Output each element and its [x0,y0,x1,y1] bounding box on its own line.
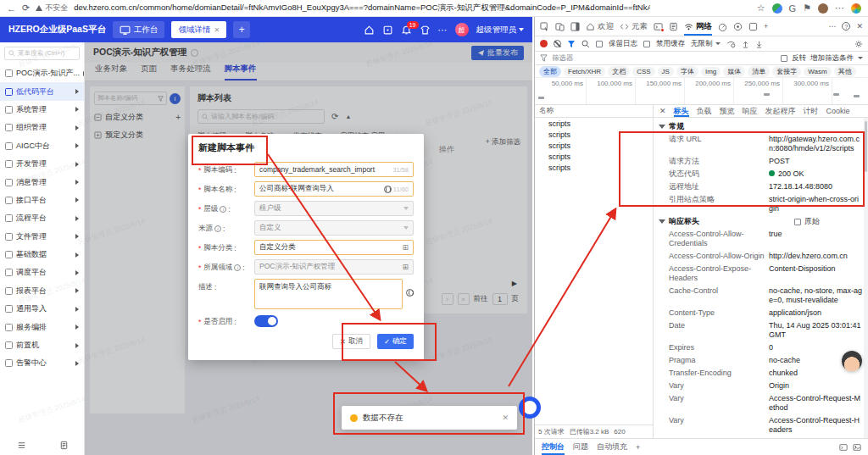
network-request-row[interactable]: scripts [535,129,653,140]
sidebar-item[interactable]: 接口平台 [0,191,84,209]
tab-domain-detail[interactable]: 领域详情 ✕ [171,21,226,38]
sidebar-item[interactable]: 消息管理 [0,173,84,191]
collapse-menu-icon[interactable] [17,441,26,450]
network-request-row[interactable]: scripts [535,140,653,151]
autofill-tab[interactable]: 自动填充 [597,441,627,452]
sources-tab-icon[interactable] [669,22,678,31]
network-request-row[interactable]: scripts [535,162,653,173]
application-tab-icon[interactable] [748,22,758,31]
request-type-chip[interactable]: 其他 [834,66,856,77]
add-filter-condition[interactable]: 增加筛选条件 [810,53,854,64]
dock-side-icon[interactable] [570,22,580,31]
sidebar-item[interactable]: 服务编排 [0,318,84,336]
confirm-button[interactable]: ✓确定 [377,334,414,349]
extensions-icon[interactable] [772,3,782,14]
inspect-icon[interactable] [540,22,549,31]
record-icon[interactable] [540,40,548,47]
description-textarea[interactable]: 联网查询导入公司商标 [254,279,403,309]
notification-bell[interactable]: 19 [401,25,412,36]
bookmark-star-icon[interactable]: ☆ [757,3,765,14]
app-box-icon[interactable] [382,25,393,36]
request-type-chip[interactable]: 套接字 [772,66,801,77]
help-icon[interactable]: ? [842,22,850,31]
response-headers-section[interactable]: 响应标头 原始 [659,215,863,228]
clear-icon[interactable] [554,40,561,47]
image-icon[interactable] [853,443,861,452]
sidebar-item[interactable]: 流程平台 [0,209,84,227]
eager-eval-icon[interactable] [839,443,848,452]
detail-tab-timing[interactable]: 计时 [804,106,819,117]
theme-icon[interactable] [420,25,431,36]
issues-tab[interactable]: 问题 [573,441,588,452]
favorites-icon[interactable]: ⚑ [803,3,811,14]
sidebar-item[interactable]: 报表平台 [0,282,84,300]
sidebar-item[interactable]: 系统管理 [0,101,84,119]
disable-cache-checkbox[interactable] [643,41,650,47]
request-type-chip[interactable]: Fetch/XHR [564,67,605,76]
name-column-header[interactable]: 名称 [535,105,653,118]
general-section-header[interactable]: 常规 [659,120,863,133]
search-icon[interactable] [581,40,590,48]
close-detail-icon[interactable]: ✕ [659,107,666,115]
info-icon[interactable]: i [234,264,241,271]
sidebar-item[interactable]: 前置机 [0,336,84,354]
browser-essentials-icon[interactable]: G [789,3,797,14]
header-more-icon[interactable]: ⋯ [438,25,448,36]
floating-assistant-widget[interactable] [519,397,541,419]
export-har-icon[interactable] [755,40,763,48]
security-badge[interactable]: 不安全 [36,3,68,14]
script-category-input[interactable]: 自定义分类 ⊞ [254,240,414,255]
script-code-input[interactable]: company_trademark_search_import 31/58 [254,162,414,177]
add-drawer-tab[interactable]: + [636,443,640,452]
request-type-chip[interactable]: Img [701,67,721,76]
back-icon[interactable]: ← [7,3,16,14]
request-type-chip[interactable]: JS [658,67,674,76]
lov-picker-icon[interactable]: ⊞ [402,243,409,252]
tab-workbench[interactable]: 工作台 [113,21,165,38]
memory-tab-icon[interactable] [733,22,743,31]
sidebar-item[interactable]: 通用导入 [0,300,84,318]
request-type-chip[interactable]: 字体 [676,66,698,77]
network-conditions-icon[interactable] [726,40,736,48]
device-toolbar-icon[interactable] [555,22,565,31]
more-icon[interactable]: ⋯ [835,3,844,14]
scrollbar[interactable] [864,118,868,438]
customer-service-avatar[interactable] [842,351,862,371]
sidebar-item[interactable]: 基础数据 [0,246,84,264]
tab-welcome[interactable]: 欢迎 [586,17,614,36]
request-type-chip[interactable]: 全部 [539,66,561,77]
request-type-chip[interactable]: Wasm [804,67,831,76]
filter-input[interactable]: 筛选器 [552,53,574,64]
throttle-select[interactable]: 无限制 [691,39,721,49]
devtools-close-icon[interactable]: ✕ [856,22,863,31]
toast-close-icon[interactable]: ✕ [502,413,509,422]
user-menu[interactable]: 超级管理员 [476,25,525,36]
detail-tab-response[interactable]: 响应 [743,106,758,117]
preserve-log-checkbox[interactable] [596,41,603,47]
request-type-chip[interactable]: 清单 [748,66,770,77]
close-tab-icon[interactable]: ✕ [214,26,220,34]
add-tab-button[interactable]: + [233,21,250,38]
tab-network[interactable]: 网络 [684,17,712,36]
console-tab-icon[interactable] [654,22,663,31]
detail-tab-cookie[interactable]: Cookie [826,107,850,115]
cancel-button[interactable]: ✕取消 [332,334,370,349]
console-tab[interactable]: 控制台 [542,439,565,455]
detail-tab-preview[interactable]: 预览 [720,106,735,117]
source-select[interactable]: 自定义 [254,220,414,236]
reload-icon[interactable]: ⟳ [22,3,30,14]
sidebar-item[interactable]: 文件管理 [0,228,84,246]
home-icon[interactable] [364,25,375,36]
sidebar-item[interactable]: 组织管理 [0,119,84,136]
devtools-more-icon[interactable]: ⋯ [828,22,836,31]
sidebar-item[interactable]: 低代码平台 [0,82,84,100]
network-request-row[interactable]: scripts [535,118,653,129]
raw-checkbox[interactable] [794,219,801,225]
profile-avatar[interactable] [818,3,828,14]
detail-tab-payload[interactable]: 负载 [697,106,712,117]
tab-elements[interactable]: 元素 [620,17,648,36]
filter-funnel-icon[interactable] [567,40,576,48]
detail-tab-initiator[interactable]: 发起程序 [765,106,796,117]
more-tabs-icon[interactable]: + [764,22,768,31]
performance-tab-icon[interactable] [718,22,727,31]
